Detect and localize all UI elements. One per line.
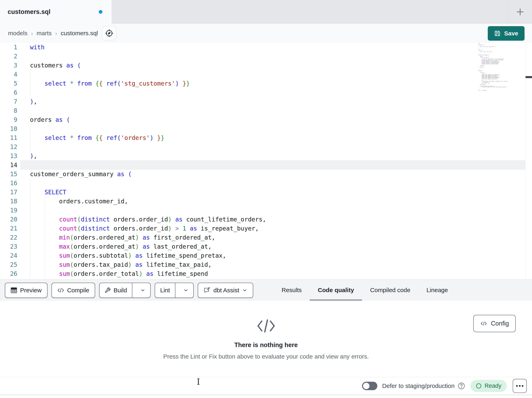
code-quality-panel: There is nothing here Press the Lint or … [0,301,532,377]
code-line-13[interactable]: 13), [0,151,525,160]
line-number: 15 [0,170,19,179]
code-line-25[interactable]: 25 sum(orders.tax_paid) as lifetime_tax_… [0,260,525,269]
line-content [19,142,30,151]
line-number: 11 [0,133,19,142]
panel-tab-compiled-code[interactable]: Compiled code [362,280,418,301]
line-number: 6 [0,88,19,97]
breadcrumb-item-customers-sql[interactable]: customers.sql [61,30,98,37]
line-content [19,106,30,115]
tab-title: customers.sql [8,8,51,15]
line-content: count(distinct orders.order_id) > 1 as i… [19,224,259,233]
code-line-7[interactable]: 7), [0,97,525,106]
config-button[interactable]: Config [473,315,516,332]
code-line-19[interactable]: 19 [0,206,525,215]
lint-label: Lint [160,287,170,294]
code-line-23[interactable]: 23 max(orders.ordered_at) as last_ordere… [0,242,525,251]
save-button[interactable]: Save [488,26,525,41]
line-number: 7 [0,97,19,106]
code-line-20[interactable]: 20 count(distinct orders.order_id) as co… [0,215,525,224]
line-content: max(orders.ordered_at) as last_ordered_a… [19,242,212,251]
empty-state-subtitle: Press the Lint or Fix button above to ev… [0,353,532,360]
ellipsis-icon [519,385,520,387]
breadcrumb-bar: models›marts›customers.sql Save [0,24,532,43]
code-lines[interactable]: 1with23customers as (45 select * from {{… [0,43,525,278]
compile-button[interactable]: Compile [51,283,95,298]
preview-button[interactable]: Preview [5,283,47,298]
minimap[interactable]: with customers as ( select * from {{ ref… [478,43,513,94]
line-number: 14 [0,160,19,170]
code-line-14[interactable]: 14 [0,160,525,170]
code-line-15[interactable]: 15customer_orders_summary as ( [0,170,525,179]
line-content: select * from {{ ref('orders') }} [19,133,164,142]
line-number: 19 [0,206,19,215]
code-line-22[interactable]: 22 min(orders.ordered_at) as first_order… [0,233,525,242]
line-number: 26 [0,269,19,278]
code-line-12[interactable]: 12 [0,142,525,151]
panel-tab-results[interactable]: Results [273,280,310,301]
code-line-18[interactable]: 18 orders.customer_id, [0,197,525,206]
line-number: 16 [0,179,19,188]
code-line-1[interactable]: 1with [0,43,525,52]
line-number: 12 [0,142,19,151]
line-content: sum(orders.subtotal) as lifetime_spend_p… [19,251,226,260]
code-line-3[interactable]: 3customers as ( [0,61,525,70]
file-navigate-button[interactable] [102,26,116,40]
new-tab-button[interactable] [508,0,532,24]
code-line-6[interactable]: 6 [0,88,525,97]
breadcrumb-item-models[interactable]: models [8,30,28,37]
unsaved-changes-dot [99,10,102,14]
ide-status-badge[interactable]: Ready [470,380,507,392]
breadcrumb-separator: › [31,30,33,37]
build-button[interactable]: Build [100,283,133,298]
compile-label: Compile [67,287,89,294]
line-content [19,160,30,170]
help-icon[interactable] [458,382,465,390]
editor-scrollbar[interactable] [525,43,532,280]
open-file-tab[interactable]: customers.sql [0,0,112,24]
code-line-9[interactable]: 9orders as ( [0,115,525,124]
status-menu-button[interactable] [513,379,527,393]
assist-sparkle-chat-icon [203,287,210,294]
panel-tab-lineage[interactable]: Lineage [418,280,456,301]
build-dropdown[interactable] [135,283,150,298]
code-line-10[interactable]: 10 [0,124,525,133]
compass-icon [105,29,114,38]
lint-button[interactable]: Lint [155,283,175,298]
ellipsis-icon [522,385,523,387]
config-label: Config [491,320,509,327]
build-label: Build [114,287,127,294]
code-icon [57,288,64,293]
code-line-26[interactable]: 26 sum(orders.order_total) as lifetime_s… [0,269,525,278]
code-line-5[interactable]: 5 select * from {{ ref('stg_customers') … [0,79,525,88]
save-label: Save [504,30,518,37]
panel-tab-code-quality[interactable]: Code quality [310,280,362,301]
line-number: 13 [0,151,19,160]
breadcrumb-item-marts[interactable]: marts [37,30,52,37]
lint-dropdown[interactable] [178,283,193,298]
ide-status-label: Ready [485,383,501,389]
line-number: 23 [0,242,19,251]
chevron-down-icon [140,288,146,293]
code-editor[interactable]: 1with23customers as (45 select * from {{… [0,43,532,280]
code-line-21[interactable]: 21 count(distinct orders.order_id) > 1 a… [0,224,525,233]
lint-split-button: Lint [155,283,194,298]
code-line-16[interactable]: 16 [0,179,525,188]
line-content: ), [19,151,37,160]
dbt-assist-button[interactable]: dbt Assist [198,283,253,298]
line-content: customers as ( [19,61,81,70]
code-line-4[interactable]: 4 [0,70,525,79]
code-line-24[interactable]: 24 sum(orders.subtotal) as lifetime_spen… [0,251,525,260]
empty-state-title: There is nothing here [0,341,532,349]
defer-toggle[interactable] [362,382,377,390]
line-content: SELECT [19,188,66,197]
line-number: 2 [0,52,19,61]
status-bar: Defer to staging/production Ready [0,377,532,395]
code-line-11[interactable]: 11 select * from {{ ref('orders') }} [0,133,525,142]
code-line-17[interactable]: 17 SELECT [0,188,525,197]
line-content [19,70,30,79]
line-number: 25 [0,260,19,269]
code-line-8[interactable]: 8 [0,106,525,115]
scrollbar-cursor-marker [526,76,532,78]
code-line-2[interactable]: 2 [0,52,525,61]
ellipsis-icon [516,385,518,387]
